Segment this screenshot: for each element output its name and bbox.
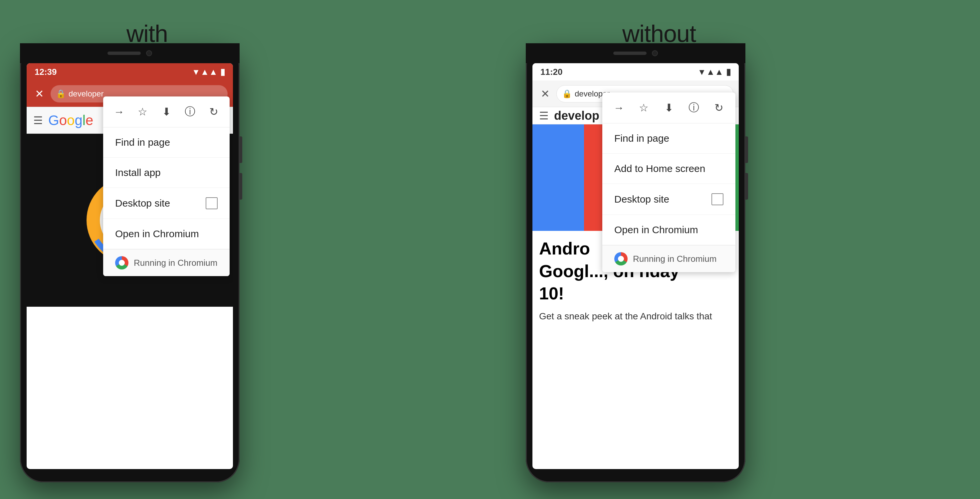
- side-button-left: [240, 137, 242, 163]
- status-icons-left: ▾ ▲▲ ▮: [194, 67, 225, 77]
- forward-icon-right[interactable]: →: [610, 99, 627, 116]
- close-button-left[interactable]: ✕: [32, 86, 46, 101]
- status-bar-left: 12:39 ▾ ▲▲ ▮: [27, 63, 233, 81]
- phone-right: 11:20 ▾ ▲▲ ▮ ✕ 🔒 developer ☰ develop: [526, 43, 745, 482]
- google-logo-left: Google: [48, 113, 93, 129]
- phone-top-bar-right: [526, 43, 745, 63]
- phone-screen-left: 12:39 ▾ ▲▲ ▮ ✕ 🔒 developer ☰ Google: [27, 63, 233, 469]
- menu-toolbar-right: → ☆ ⬇ ⓘ ↻: [602, 92, 735, 124]
- side-button-left2: [240, 173, 242, 200]
- menu-item-desktop-right[interactable]: Desktop site: [602, 184, 735, 215]
- dropdown-menu-right: → ☆ ⬇ ⓘ ↻ Find in page Add to Home scree…: [602, 92, 735, 272]
- wifi-icon-left: ▾: [194, 67, 198, 77]
- forward-icon-left[interactable]: →: [111, 103, 127, 121]
- dev-article-subtitle: Get a sneak peek at the Android talks th…: [539, 310, 732, 323]
- menu-footer-label-right: Running in Chromium: [633, 254, 716, 264]
- phone-screen-right: 11:20 ▾ ▲▲ ▮ ✕ 🔒 developer ☰ develop: [533, 63, 739, 469]
- url-text-left: developer: [68, 89, 103, 99]
- dropdown-menu-left: → ☆ ⬇ ⓘ ↻ Find in page Install app Deskt…: [103, 97, 230, 276]
- menu-toolbar-left: → ☆ ⬇ ⓘ ↻: [103, 97, 230, 127]
- camera-right: [652, 50, 658, 56]
- status-icons-right: ▾ ▲▲ ▮: [700, 67, 731, 77]
- reload-icon-right[interactable]: ↻: [710, 99, 727, 116]
- bookmark-icon-right[interactable]: ☆: [635, 99, 652, 116]
- menu-item-desktop-left[interactable]: Desktop site: [103, 188, 230, 219]
- menu-footer-right: Running in Chromium: [602, 245, 735, 272]
- menu-item-install-label-left: Install app: [115, 167, 161, 178]
- hamburger-icon-right[interactable]: ☰: [539, 110, 549, 122]
- menu-footer-left: Running in Chromium: [103, 249, 230, 276]
- speaker-left: [108, 52, 141, 55]
- menu-item-desktop-label-right: Desktop site: [614, 194, 669, 205]
- status-bar-right: 11:20 ▾ ▲▲ ▮: [533, 63, 739, 81]
- menu-item-open-chromium-left[interactable]: Open in Chromium: [103, 219, 230, 249]
- reload-icon-left[interactable]: ↻: [206, 103, 222, 121]
- speaker-right: [613, 52, 647, 55]
- battery-icon-left: ▮: [220, 67, 225, 77]
- menu-item-open-chromium-label-left: Open in Chromium: [115, 228, 199, 240]
- menu-item-find-right[interactable]: Find in page: [602, 124, 735, 154]
- info-icon-left[interactable]: ⓘ: [182, 103, 198, 121]
- phone-top-bar-left: [20, 43, 240, 63]
- side-button-right: [745, 137, 748, 163]
- menu-item-open-chromium-label-right: Open in Chromium: [614, 224, 698, 235]
- menu-item-open-chromium-right[interactable]: Open in Chromium: [602, 215, 735, 245]
- signal-icon-left: ▲▲: [200, 67, 218, 77]
- signal-icon-right: ▲▲: [706, 67, 724, 77]
- lock-icon-left: 🔒: [56, 89, 66, 99]
- dev-brand-text: develop: [554, 109, 599, 123]
- lock-icon-right: 🔒: [562, 89, 572, 99]
- menu-item-find-left[interactable]: Find in page: [103, 127, 230, 158]
- chromium-icon-left: [115, 256, 129, 269]
- menu-item-add-home-label-right: Add to Home screen: [614, 163, 705, 174]
- status-time-left: 12:39: [35, 67, 57, 77]
- side-button-right2: [745, 173, 748, 200]
- info-icon-right[interactable]: ⓘ: [686, 99, 702, 116]
- menu-item-install-left[interactable]: Install app: [103, 158, 230, 188]
- menu-item-find-label-left: Find in page: [115, 137, 170, 148]
- bookmark-icon-left[interactable]: ☆: [135, 103, 150, 121]
- close-button-right[interactable]: ✕: [538, 86, 552, 101]
- status-time-right: 11:20: [541, 67, 563, 77]
- hamburger-icon-left[interactable]: ☰: [33, 114, 43, 127]
- download-icon-left[interactable]: ⬇: [158, 103, 174, 121]
- menu-item-add-home-right[interactable]: Add to Home screen: [602, 154, 735, 184]
- menu-item-desktop-label-left: Desktop site: [115, 198, 170, 209]
- wifi-icon-right: ▾: [700, 67, 704, 77]
- desktop-checkbox-right[interactable]: [711, 193, 724, 205]
- camera-left: [146, 50, 152, 56]
- menu-item-find-label-right: Find in page: [614, 133, 669, 144]
- menu-footer-label-left: Running in Chromium: [134, 258, 217, 268]
- phone-left: 12:39 ▾ ▲▲ ▮ ✕ 🔒 developer ☰ Google: [20, 43, 240, 482]
- chromium-icon-right: [614, 252, 628, 265]
- download-icon-right[interactable]: ⬇: [660, 99, 677, 116]
- stripe-blue: [533, 124, 584, 231]
- desktop-checkbox-left[interactable]: [206, 197, 218, 209]
- battery-icon-right: ▮: [726, 67, 731, 77]
